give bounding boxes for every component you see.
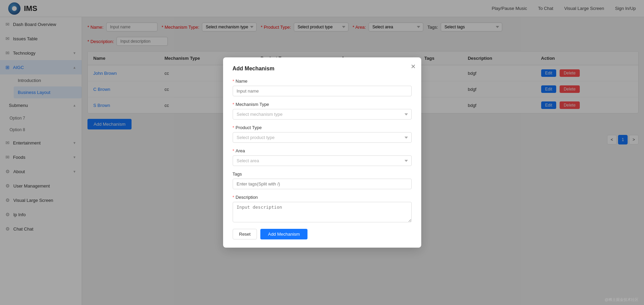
modal-mechanism-select[interactable]: Select mechanism type <box>233 109 412 120</box>
required-star-name: * <box>233 79 234 84</box>
modal-product-select[interactable]: Select product type <box>233 132 412 143</box>
modal-tags-label: Tags <box>233 171 412 177</box>
modal-area-label: * Area <box>233 148 412 153</box>
modal-product-label: * Product Type <box>233 125 412 130</box>
required-star-product: * <box>233 125 234 130</box>
modal-product-field: * Product Type Select product type <box>233 125 412 143</box>
add-mechanism-modal: Add Mechanism ✕ * Name * Mechanism Type … <box>223 57 421 248</box>
watermark: @稀土掘金技术社区 <box>605 297 639 302</box>
modal-tags-input[interactable] <box>233 179 412 189</box>
modal-mechanism-label: * Mechanism Type <box>233 102 412 107</box>
modal-mechanism-field: * Mechanism Type Select mechanism type <box>233 102 412 120</box>
required-star-area: * <box>233 148 234 153</box>
modal-description-field: * Description <box>233 195 412 223</box>
modal-overlay[interactable]: Add Mechanism ✕ * Name * Mechanism Type … <box>0 0 644 305</box>
modal-close-button[interactable]: ✕ <box>411 63 416 70</box>
modal-title: Add Mechanism <box>233 66 412 72</box>
modal-name-field: * Name <box>233 79 412 96</box>
modal-area-field: * Area Select area <box>233 148 412 166</box>
modal-footer: Reset Add Mechanism <box>233 229 412 239</box>
modal-description-textarea[interactable] <box>233 202 412 222</box>
required-star-mechanism: * <box>233 102 234 107</box>
modal-tags-field: Tags <box>233 171 412 189</box>
modal-description-label: * Description <box>233 195 412 200</box>
modal-reset-button[interactable]: Reset <box>233 229 257 239</box>
modal-name-label: * Name <box>233 79 412 84</box>
modal-area-select[interactable]: Select area <box>233 155 412 166</box>
modal-name-input[interactable] <box>233 86 412 96</box>
modal-submit-button[interactable]: Add Mechanism <box>260 229 307 239</box>
required-star-desc: * <box>233 195 234 200</box>
